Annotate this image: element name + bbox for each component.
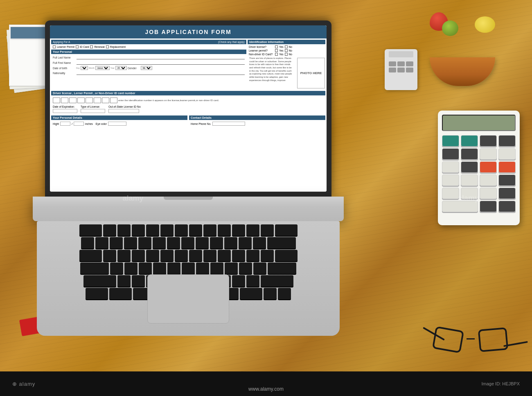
key-shift-left[interactable] (83, 275, 116, 287)
key-3[interactable] (124, 237, 137, 249)
expiry-input[interactable] (53, 109, 77, 113)
eye-color-input[interactable] (108, 122, 126, 126)
gender-select[interactable]: Male (141, 66, 152, 70)
key-p[interactable] (232, 250, 245, 261)
key-l[interactable] (225, 262, 238, 274)
key-semicolon[interactable] (239, 262, 252, 274)
key-left[interactable] (264, 288, 277, 299)
key-z[interactable] (117, 275, 131, 287)
dl-box-2[interactable] (61, 97, 68, 103)
calc-btn-m-minus[interactable] (498, 135, 516, 147)
key-f3[interactable] (132, 224, 145, 236)
key-shift-right[interactable] (261, 275, 293, 287)
height-feet-input[interactable] (60, 122, 70, 126)
key-f4[interactable] (146, 224, 159, 236)
calc-btn-equals[interactable] (480, 201, 497, 212)
key-f7[interactable] (189, 224, 202, 236)
key-return2[interactable] (268, 262, 296, 274)
calc-btn-3[interactable] (480, 188, 497, 199)
key-w[interactable] (117, 250, 131, 261)
first-name-input[interactable] (77, 61, 245, 65)
nd-yes-checkbox[interactable] (275, 53, 278, 56)
calc-btn-ac[interactable] (498, 161, 516, 173)
key-tab[interactable] (79, 250, 102, 261)
calc-btn-off[interactable] (442, 135, 459, 147)
key-y[interactable] (175, 250, 188, 261)
calc-btn-6[interactable] (480, 174, 497, 186)
renewal-checkbox[interactable] (90, 45, 93, 48)
calc-btn-0[interactable] (442, 201, 478, 212)
key-f5[interactable] (160, 224, 174, 236)
dl-box-3[interactable] (69, 97, 77, 103)
key-equals[interactable] (253, 237, 266, 249)
key-power[interactable] (275, 224, 298, 236)
key-1[interactable] (95, 237, 108, 249)
key-0[interactable] (224, 237, 237, 249)
calc-btn-plus[interactable] (498, 201, 516, 212)
key-f11[interactable] (246, 224, 259, 236)
dl-no-checkbox[interactable] (285, 45, 288, 48)
key-t[interactable] (160, 250, 174, 261)
learner-permit-checkbox[interactable] (53, 45, 56, 48)
touchpad[interactable] (147, 274, 229, 324)
dl-box-4[interactable] (77, 97, 85, 103)
calc-btn-multiply[interactable] (498, 174, 516, 186)
key-8[interactable] (196, 237, 209, 249)
key-f6[interactable] (175, 224, 188, 236)
nationality-input[interactable] (77, 71, 245, 75)
key-minus[interactable] (239, 237, 252, 249)
dl-box-6[interactable] (94, 97, 101, 103)
dl-box-1[interactable] (53, 97, 60, 103)
calc-btn-tax-plus[interactable] (461, 148, 478, 160)
key-h[interactable] (182, 262, 195, 274)
key-backtick[interactable] (81, 237, 94, 249)
calc-btn-divide[interactable] (461, 161, 478, 173)
key-o[interactable] (218, 250, 231, 261)
calc-btn-2[interactable] (461, 188, 478, 199)
dl-yes-checkbox[interactable] (275, 45, 278, 48)
key-f8[interactable] (203, 224, 216, 236)
calc-btn-1[interactable] (442, 188, 459, 199)
key-quote[interactable] (253, 262, 266, 274)
key-f10[interactable] (232, 224, 245, 236)
year-select[interactable]: 2016 (115, 66, 127, 70)
key-9[interactable] (210, 237, 223, 249)
key-q[interactable] (103, 250, 116, 261)
calc-btn-9[interactable] (442, 161, 459, 173)
key-f1[interactable] (103, 224, 116, 236)
replacement-checkbox[interactable] (106, 45, 109, 48)
dl-box-7[interactable] (102, 97, 109, 103)
key-e[interactable] (132, 250, 145, 261)
calc-btn-c[interactable] (480, 161, 497, 173)
key-2[interactable] (110, 237, 123, 249)
key-r[interactable] (146, 250, 159, 261)
key-period[interactable] (232, 275, 245, 287)
key-fn[interactable] (86, 288, 108, 299)
calc-btn-7[interactable] (480, 148, 497, 160)
key-capslock[interactable] (80, 262, 109, 274)
key-f2[interactable] (117, 224, 131, 236)
id-card-checkbox[interactable] (76, 45, 79, 48)
lp-no-checkbox[interactable] (285, 49, 288, 52)
key-5[interactable] (153, 237, 166, 249)
month-select[interactable]: January (95, 66, 110, 70)
key-d[interactable] (139, 262, 152, 274)
key-s[interactable] (124, 262, 138, 274)
key-f9[interactable] (218, 224, 231, 236)
key-7[interactable] (181, 237, 194, 249)
key-right[interactable] (278, 288, 291, 299)
key-slash[interactable] (246, 275, 259, 287)
key-6[interactable] (167, 237, 180, 249)
day-select[interactable]: 01 (81, 66, 88, 70)
key-u[interactable] (189, 250, 202, 261)
key-lbracket[interactable] (246, 250, 259, 261)
calc-btn-m-plus[interactable] (442, 148, 459, 160)
height-inches-input[interactable] (74, 122, 84, 126)
key-esc[interactable] (79, 224, 102, 236)
dl-box-8[interactable] (110, 97, 117, 103)
nd-no-checkbox[interactable] (285, 53, 288, 56)
key-4[interactable] (138, 237, 151, 249)
key-backspace[interactable] (267, 237, 296, 249)
license-type-input[interactable] (81, 109, 105, 113)
key-x[interactable] (132, 275, 145, 287)
